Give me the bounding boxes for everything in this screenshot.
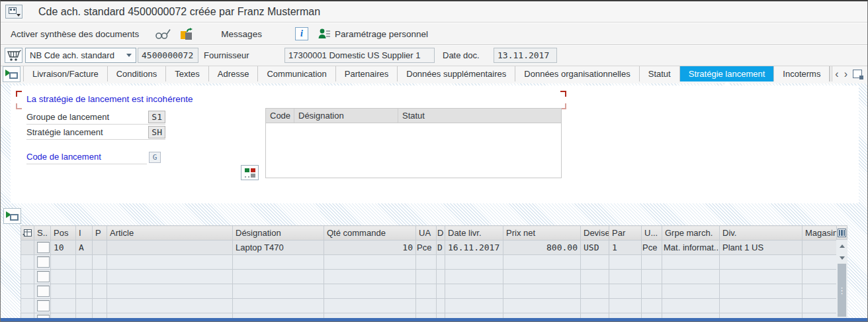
col-qty[interactable]: Qté commande (324, 226, 416, 241)
col-devise[interactable]: Devise (581, 226, 609, 241)
chevron-down-icon (126, 54, 132, 57)
col-dcat[interactable]: D (437, 226, 445, 241)
cell-plant[interactable]: Plant 1 US (720, 241, 803, 255)
collapse-header-button[interactable] (3, 66, 21, 82)
copy-document-icon[interactable] (175, 25, 198, 42)
row-select-box[interactable] (37, 242, 50, 253)
cell-pos[interactable]: 10 (51, 241, 76, 255)
cell-currency[interactable]: USD (581, 241, 609, 255)
col-ua[interactable]: UA (416, 226, 437, 241)
col-select[interactable]: S.. (34, 226, 51, 241)
release-message: La stratégie de lancement est incohérent… (26, 94, 193, 104)
tab-partenaires[interactable]: Partenaires (336, 66, 398, 81)
cell-dcat[interactable]: D (437, 241, 445, 255)
tab-textes[interactable]: Textes (166, 66, 209, 81)
col-magasin[interactable]: Magasin (803, 226, 837, 241)
item-row-empty (21, 270, 837, 284)
shopping-cart-icon[interactable] (5, 48, 22, 63)
item-row-empty (21, 255, 837, 270)
col-pos[interactable]: Pos (51, 226, 76, 241)
messages-button[interactable]: Messages (216, 25, 267, 42)
release-table-body (266, 123, 561, 178)
application-toolbar: Activer synthèse des documents Messages … (1, 23, 867, 45)
table-select-icon[interactable] (21, 226, 34, 241)
table-settings-cell (836, 225, 847, 240)
display-glasses-icon[interactable] (150, 25, 175, 42)
activate-overview-button[interactable]: Activer synthèse des documents (6, 25, 144, 42)
row-header-cell[interactable] (21, 241, 34, 255)
col-prix-net[interactable]: Prix net (503, 226, 581, 241)
simulate-release-button[interactable] (241, 165, 259, 180)
col-article[interactable]: Article (107, 226, 233, 241)
dropdown-caret-icon (17, 14, 21, 17)
tab-adresse[interactable]: Adresse (209, 66, 259, 81)
table-settings-icon[interactable] (838, 229, 846, 237)
cell-unit[interactable]: Pce (642, 241, 662, 255)
personal-settings-button[interactable]: Paramétrage personnel (313, 25, 433, 42)
cell-p[interactable] (93, 241, 107, 255)
detach-tab-icon[interactable] (853, 70, 862, 78)
release-strategy-field[interactable]: SH (148, 126, 165, 138)
items-header-row: S.. Pos I P Article Désignation Qté comm… (21, 226, 837, 241)
page-title: Cde ach. standard 4500000072 créée par F… (38, 6, 320, 18)
vendor-field[interactable]: 17300001 Domestic US Supplier 1 (284, 48, 435, 63)
tab-statut[interactable]: Statut (640, 66, 680, 81)
collapse-items-button[interactable] (3, 208, 21, 224)
release-group-field[interactable]: S1 (148, 111, 165, 123)
order-type-dropdown[interactable]: NB Cde ach. standard (25, 48, 136, 63)
info-icon[interactable]: i (290, 25, 313, 42)
row-select-box[interactable] (37, 300, 50, 311)
release-code-row: Code de lancement (26, 150, 147, 164)
release-col-statut[interactable]: Statut (398, 109, 561, 123)
cell-ua[interactable]: Pce (416, 241, 437, 255)
cell-designation[interactable]: Laptop T470 (233, 241, 324, 255)
release-col-code[interactable]: Code (266, 109, 294, 123)
tab-communication[interactable]: Communication (258, 66, 335, 81)
cell-item-cat[interactable]: A (76, 241, 93, 255)
release-col-designation[interactable]: Désignation (294, 109, 398, 123)
cell-per[interactable]: 1 (609, 241, 642, 255)
tab-donnees-supplementaires[interactable]: Données supplémentaires (398, 66, 515, 81)
order-number-field[interactable]: 4500000072 (138, 48, 198, 63)
col-grpe-march[interactable]: Grpe march. (662, 226, 720, 241)
release-code-label[interactable]: Code de lancement (26, 152, 101, 162)
cell-storage[interactable] (803, 241, 837, 255)
scrollbar-thumb[interactable]: ⋮ (838, 264, 846, 317)
row-select-box[interactable] (37, 286, 50, 297)
items-vertical-scrollbar: ⋮ (836, 225, 847, 320)
cell-delivery-date[interactable]: 16.11.2017 (445, 241, 503, 255)
scroll-down-button[interactable] (836, 252, 847, 264)
item-row-empty (21, 299, 837, 313)
col-par[interactable]: Par (609, 226, 642, 241)
row-select-box[interactable] (37, 271, 50, 282)
col-date-livr[interactable]: Date livr. (445, 226, 503, 241)
tab-scroll-right-icon[interactable]: › (844, 69, 847, 80)
item-row-empty (21, 284, 837, 299)
scroll-up-button[interactable] (836, 240, 847, 252)
col-item-cat[interactable]: I (76, 226, 93, 241)
cell-article[interactable] (107, 241, 233, 255)
col-unit[interactable]: U... (642, 226, 662, 241)
cell-mat-group[interactable]: Mat. informat.. (662, 241, 720, 255)
col-p[interactable]: P (93, 226, 107, 241)
doc-date-field[interactable]: 13.11.2017 (494, 48, 557, 63)
tab-strategie-lancement[interactable]: Stratégie lancement (680, 66, 775, 81)
session-menu-icon[interactable] (5, 5, 22, 19)
row-select-box[interactable] (37, 256, 50, 268)
simulate-release-icon (245, 168, 255, 178)
item-row-10: 10 A Laptop T470 10 Pce D 16.11.2017 800… (21, 241, 837, 255)
tabs-row: Livraison/Facture Conditions Textes Adre… (23, 66, 832, 81)
col-designation[interactable]: Désignation (233, 226, 324, 241)
tab-incoterms[interactable]: Incoterms (774, 66, 830, 81)
col-div[interactable]: Div. (720, 226, 803, 241)
tab-donnees-organisationnelles[interactable]: Données organisationnelles (515, 66, 639, 81)
doc-date-label: Date doc. (443, 48, 480, 63)
tab-scroll-left-icon[interactable]: ‹ (835, 69, 838, 80)
release-table-header: Code Désignation Statut (266, 109, 561, 123)
cell-net-price[interactable]: 800.00 (503, 241, 581, 255)
tab-conditions[interactable]: Conditions (108, 66, 166, 81)
tab-livraison-facture[interactable]: Livraison/Facture (24, 66, 108, 81)
cell-qty[interactable]: 10 (324, 241, 416, 255)
release-strategy-row: Stratégie lancement SH (26, 125, 165, 140)
release-code-field[interactable]: G (149, 152, 161, 163)
